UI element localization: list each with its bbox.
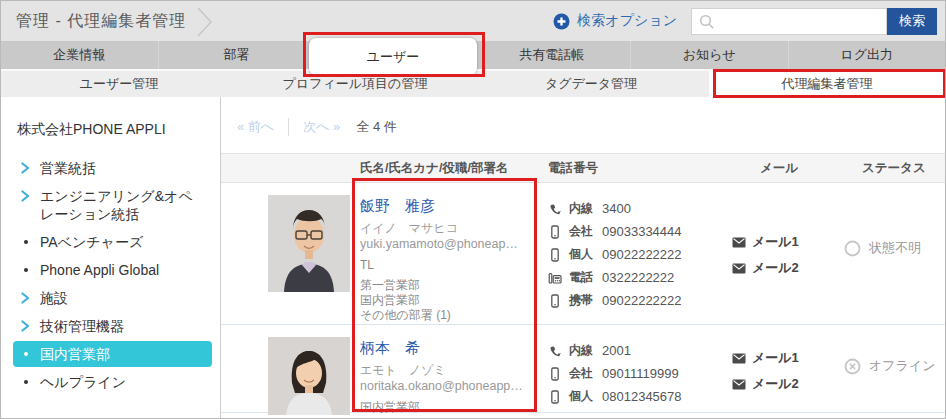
user-kana: エモト ノゾミ xyxy=(360,363,548,378)
phone-label: 内線 xyxy=(569,200,595,217)
user-name-link[interactable]: 飯野 雅彦 xyxy=(360,197,435,216)
company-name: 株式会社PHONE APPLI xyxy=(17,121,220,139)
phone-line: 携帯 09022222222 xyxy=(548,292,732,309)
envelope-icon xyxy=(732,379,746,390)
phone-number: 2001 xyxy=(602,343,631,358)
phone-label: 個人 xyxy=(569,246,595,263)
mobile-icon xyxy=(548,294,562,308)
sidebar-item-label: PAベンチャーズ xyxy=(40,233,143,251)
tab-company-info[interactable]: 企業情報 xyxy=(1,41,158,69)
sidebar-item-label: ヘルプライン xyxy=(40,373,126,391)
tab-log-output[interactable]: ログ出力 xyxy=(788,41,946,69)
subtab-tag-data[interactable]: タグデータ管理 xyxy=(473,71,709,97)
phone-number: 09022222222 xyxy=(602,293,682,308)
mail-link-1[interactable]: メール1 xyxy=(732,349,836,367)
body: 株式会社PHONE APPLI 営業統括 エンジニアリング&オペレーション統括 … xyxy=(1,97,945,419)
phone-label: 電話 xyxy=(569,269,595,286)
phone-number: 09022222222 xyxy=(602,247,682,262)
user-email: noritaka.okano@phoneapp… xyxy=(360,378,540,394)
top-header: 管理 - 代理編集者管理 検索オプション 検索 xyxy=(1,1,945,41)
profile-photo xyxy=(268,195,350,324)
sidebar-item-label: 営業統括 xyxy=(40,159,96,177)
status-cell: オフライン xyxy=(836,357,945,375)
handset-icon xyxy=(548,202,562,216)
pagination: « 前へ 次へ » 全 4 件 xyxy=(221,97,945,137)
phone-line: 内線 2001 xyxy=(548,342,732,359)
mail-label: メール2 xyxy=(752,259,799,277)
deskphone-icon xyxy=(548,271,562,285)
phone-label: 携帯 xyxy=(569,292,595,309)
sidebar-item-label: 施設 xyxy=(40,289,68,307)
prev-page-link[interactable]: « 前へ xyxy=(237,118,274,136)
phone-line: 内線 3400 xyxy=(548,200,732,217)
next-page-link[interactable]: 次へ » xyxy=(303,118,340,136)
sidebar-item-sales-division[interactable]: 営業統括 xyxy=(13,155,212,181)
phone-line: 会社 09011119999 xyxy=(548,365,732,382)
sidebar-item-phone-appli-global[interactable]: Phone Appli Global xyxy=(13,257,212,283)
search-box xyxy=(691,8,887,35)
sidebar-item-domestic-sales-selected[interactable]: 国内営業部 xyxy=(13,341,212,367)
phone-number: 09033334444 xyxy=(602,224,682,239)
mobile-icon xyxy=(548,248,562,262)
phone-cell: 内線 2001 会社 09011119999 個人 08012345678 xyxy=(548,337,732,412)
tab-notice[interactable]: お知らせ xyxy=(630,41,788,69)
page-title: 管理 - 代理編集者管理 xyxy=(16,11,186,32)
tab-department[interactable]: 部署 xyxy=(158,41,316,69)
search-button[interactable]: 検索 xyxy=(887,8,937,35)
tab-user-active[interactable]: ユーザー xyxy=(309,38,477,75)
table-header-row: 氏名/氏名カナ/役職/部署名 電話番号 メール ステータス xyxy=(221,153,945,183)
phone-label: 個人 xyxy=(569,388,595,405)
user-kana: イイノ マサヒコ xyxy=(360,221,548,236)
sidebar-item-tech-equipment[interactable]: 技術管理機器 xyxy=(13,313,212,339)
org-sidebar: 株式会社PHONE APPLI 営業統括 エンジニアリング&オペレーション統括 … xyxy=(1,97,221,419)
bullet-icon xyxy=(24,352,28,356)
sidebar-item-facilities[interactable]: 施設 xyxy=(13,285,212,311)
table-row: 飯野 雅彦 イイノ マサヒコ yuki.yamamoto@phoneap… TL… xyxy=(221,183,945,325)
chevron-right-icon xyxy=(21,292,30,304)
mail-link-1[interactable]: メール1 xyxy=(732,233,836,251)
bullet-icon xyxy=(24,380,28,384)
subtab-user-management[interactable]: ユーザー管理 xyxy=(1,71,237,97)
phone-number: 08012345678 xyxy=(602,389,682,404)
status-unknown-icon xyxy=(844,240,861,257)
bullet-icon xyxy=(24,240,28,244)
search-input[interactable] xyxy=(691,8,887,35)
table-row: 柄本 希 エモト ノゾミ noritaka.okano@phoneapp… 国内… xyxy=(221,325,945,413)
user-job-title: TL xyxy=(360,258,548,272)
user-name-link[interactable]: 柄本 希 xyxy=(360,339,420,358)
phone-line: 個人 09022222222 xyxy=(548,246,732,263)
user-department: 国内営業部 xyxy=(360,293,548,308)
sidebar-item-engineering-operations[interactable]: エンジニアリング&オペレーション統括 xyxy=(13,183,212,227)
header-status: ステータス xyxy=(836,160,926,177)
breadcrumb-chevron-icon xyxy=(196,6,214,38)
search-area: 検索オプション 検索 xyxy=(553,1,937,41)
user-department: 国内営業部 xyxy=(360,400,548,415)
profile-photo xyxy=(268,337,350,412)
status-label: オフライン xyxy=(869,357,936,375)
sidebar-item-label: 国内営業部 xyxy=(40,345,110,363)
admin-console-window: 管理 - 代理編集者管理 検索オプション 検索 企業情報 部署 共有電話帳 お知… xyxy=(0,0,946,419)
envelope-icon xyxy=(732,263,746,274)
mail-link-2[interactable]: メール2 xyxy=(732,375,836,393)
sidebar-item-helpline[interactable]: ヘルプライン xyxy=(13,369,212,395)
phone-label: 内線 xyxy=(569,342,595,359)
mobile-icon xyxy=(548,225,562,239)
user-email: yuki.yamamoto@phoneap… xyxy=(360,236,540,252)
sidebar-item-label: Phone Appli Global xyxy=(40,261,159,279)
main-panel: « 前へ 次へ » 全 4 件 氏名/氏名カナ/役職/部署名 電話番号 メール … xyxy=(221,97,945,419)
tab-shared-phonebook[interactable]: 共有電話帳 xyxy=(473,41,631,69)
sidebar-item-pa-ventures[interactable]: PAベンチャーズ xyxy=(13,229,212,255)
org-tree: 営業統括 エンジニアリング&オペレーション統括 PAベンチャーズ Phone A… xyxy=(13,155,212,395)
mail-label: メール1 xyxy=(752,233,799,251)
subtab-proxy-editor-active[interactable]: 代理編集者管理 xyxy=(709,71,945,97)
mail-label: メール1 xyxy=(752,349,799,367)
header-phone: 電話番号 xyxy=(548,160,732,177)
mail-link-2[interactable]: メール2 xyxy=(732,259,836,277)
phone-line: 会社 09033334444 xyxy=(548,223,732,240)
phone-number: 3400 xyxy=(602,201,631,216)
header-name: 氏名/氏名カナ/役職/部署名 xyxy=(360,160,548,177)
phone-cell: 内線 3400 会社 09033334444 個人 09022222222 xyxy=(548,195,732,324)
search-options-link[interactable]: 検索オプション xyxy=(553,12,677,30)
phone-line: 個人 08012345678 xyxy=(548,388,732,405)
chevron-right-icon xyxy=(21,320,30,332)
